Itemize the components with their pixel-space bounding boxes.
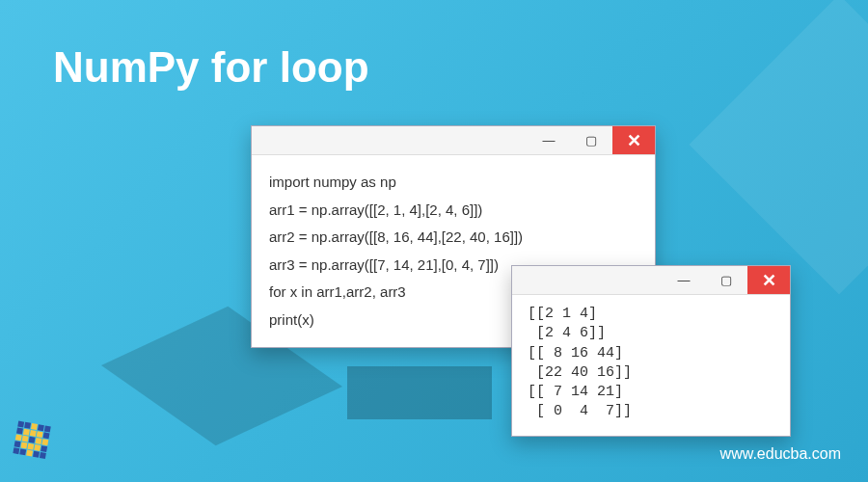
background-shape bbox=[689, 0, 868, 295]
code-window-titlebar: — ▢ ✕ bbox=[252, 126, 655, 155]
code-line: arr1 = np.array([[2, 1, 4],[2, 4, 6]]) bbox=[269, 197, 637, 225]
close-button[interactable]: ✕ bbox=[747, 266, 790, 294]
output-window: — ▢ ✕ [[2 1 4] [2 4 6]] [[ 8 16 44] [22 … bbox=[511, 265, 791, 437]
maximize-button[interactable]: ▢ bbox=[705, 266, 747, 294]
minimize-button[interactable]: — bbox=[528, 126, 570, 154]
website-url: www.educba.com bbox=[720, 445, 841, 463]
minimize-button[interactable]: — bbox=[663, 266, 705, 294]
code-line: arr2 = np.array([[8, 16, 44],[22, 40, 16… bbox=[269, 224, 637, 252]
code-line: import numpy as np bbox=[269, 169, 637, 197]
maximize-button[interactable]: ▢ bbox=[570, 126, 612, 154]
educba-logo-icon bbox=[15, 424, 56, 465]
output-body: [[2 1 4] [2 4 6]] [[ 8 16 44] [22 40 16]… bbox=[512, 295, 790, 436]
window-floor-shadow bbox=[347, 366, 492, 419]
close-button[interactable]: ✕ bbox=[612, 126, 655, 154]
output-window-titlebar: — ▢ ✕ bbox=[512, 266, 790, 295]
page-title: NumPy for loop bbox=[53, 43, 369, 92]
